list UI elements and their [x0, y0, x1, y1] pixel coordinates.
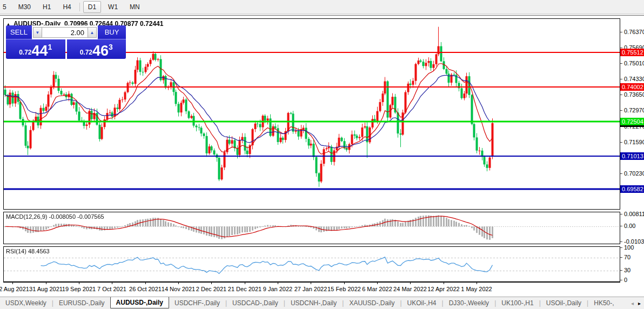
tabs-scroll-right-icon[interactable]: ▸	[638, 300, 641, 306]
date-tick-mark	[178, 283, 179, 284]
chart-tab-bar: USDX,Weekly|EURUSD-,DailyAUDUSD-,DailyUS…	[0, 297, 644, 309]
sell-price-big: 44	[32, 44, 48, 58]
date-axis-label: 14 Nov 2021	[162, 286, 195, 292]
hline-price-badge: 0.69582	[620, 185, 644, 193]
hline-price-badge: 0.71013	[620, 152, 644, 160]
x-axis-line	[3, 282, 620, 283]
axis-tick-mark	[620, 173, 622, 174]
date-tick-mark	[112, 283, 112, 284]
date-axis-label: 12 Aug 2021	[0, 286, 29, 292]
volume-decrease-button[interactable]: ▼	[33, 27, 42, 38]
macd-axis-tick: 0.00811	[624, 211, 644, 217]
chart-tab-dj30-weekly[interactable]: DJ30-,Weekly	[444, 298, 494, 308]
chart-tab-usdx-weekly[interactable]: USDX,Weekly	[0, 298, 52, 308]
axis-tick-mark	[620, 241, 622, 242]
price-axis-tick: 0.73650	[624, 91, 644, 98]
chart-tab-usdcad-daily[interactable]: USDCAD-,Daily	[227, 298, 284, 308]
price-axis-tick: 0.75010	[624, 60, 644, 66]
date-tick-mark	[410, 283, 411, 284]
buy-price-sup: 3	[109, 43, 113, 51]
sell-button[interactable]: SELL	[6, 25, 32, 39]
chart-window: ▲AUDUSD-,Daily 0.70996 0.72644 0.70877 0…	[0, 15, 644, 297]
axis-tick-mark	[620, 247, 622, 248]
buy-price-display[interactable]: 0.72463	[67, 39, 126, 59]
toolbar-separator	[79, 3, 80, 11]
rsi-axis-tick: 70	[624, 254, 630, 260]
rsi-pane: RSI(14) 48.4563	[3, 246, 620, 282]
macd-pane: MACD(12,26,9) -0.008050 -0.007565	[3, 212, 620, 244]
rsi-label: RSI(14) 48.4563	[6, 248, 50, 254]
price-pane: ▲AUDUSD-,Daily 0.70996 0.72644 0.70877 0…	[3, 18, 620, 210]
macd-label: MACD(12,26,9) -0.008050 -0.007565	[6, 213, 104, 220]
rsi-chart-canvas[interactable]	[4, 247, 620, 281]
volume-input[interactable]: 2.00	[42, 27, 88, 38]
date-axis-label: 24 Mar 2022	[393, 286, 427, 292]
date-tick-mark	[211, 283, 212, 284]
axis-tick-mark	[620, 79, 622, 79]
chart-tab-usoil-daily[interactable]: USOil-,Daily	[541, 298, 587, 308]
chart-tab-xauusd-daily[interactable]: XAUUSD-,Daily	[344, 298, 400, 308]
timeframe-button-m30[interactable]: M30	[14, 1, 36, 13]
hline-price-badge: 0.72504	[620, 118, 644, 125]
tabs-scroll-left-icon[interactable]: ◂	[631, 300, 634, 306]
chart-tab-hk50[interactable]: HK50-,	[588, 298, 619, 308]
chart-tab-audusd-daily[interactable]: AUDUSD-,Daily	[110, 297, 169, 308]
chart-tab-usdcnh-daily[interactable]: USDCNH-,Daily	[285, 298, 342, 308]
timeframe-button-d1[interactable]: D1	[83, 1, 101, 13]
date-tick-mark	[278, 283, 278, 284]
price-axis-tick: 0.72970	[624, 107, 644, 113]
date-axis-label: 27 Jan 2022	[294, 286, 327, 292]
price-axis-tick: 0.70230	[624, 170, 644, 177]
date-tick-mark	[12, 283, 13, 284]
date-axis-label: 2 Dec 2021	[196, 286, 226, 292]
date-axis-label: 1 May 2022	[461, 286, 492, 292]
date-axis-label: 12 Apr 2022	[427, 286, 459, 292]
timeframe-button-w1[interactable]: W1	[103, 1, 123, 13]
price-axis-tick: 0.71590	[624, 139, 644, 145]
axis-tick-mark	[620, 226, 622, 226]
rsi-value: 48.4563	[28, 248, 50, 254]
axis-tick-mark	[620, 142, 622, 143]
timeframe-button-h1[interactable]: H1	[38, 1, 56, 13]
rsi-axis-tick: 30	[624, 267, 630, 273]
date-tick-mark	[79, 283, 79, 284]
buy-button[interactable]: BUY	[98, 25, 126, 39]
hline-price-badge: 0.74002	[620, 83, 644, 91]
macd-axis-tick: 0.00	[624, 223, 635, 229]
axis-tick-mark	[620, 280, 622, 280]
chart-tab-ukoil-h4[interactable]: UKOil-,H4	[402, 298, 442, 308]
date-axis-label: 19 Sep 2021	[62, 286, 96, 292]
axis-tick-mark	[620, 270, 622, 271]
date-axis-label: 6 Mar 2022	[362, 286, 392, 292]
date-axis-label: 7 Oct 2021	[97, 286, 126, 292]
axis-tick-mark	[620, 257, 622, 258]
date-tick-mark	[377, 283, 378, 284]
timeframe-toolbar: 5M30H1H4D1W1MN	[0, 0, 644, 14]
date-axis-label: 9 Jan 2022	[263, 286, 292, 292]
sell-price-sup: 1	[48, 43, 52, 51]
timeframe-button-mn[interactable]: MN	[125, 1, 145, 13]
axis-tick-mark	[620, 95, 622, 95]
chart-tab-usdchf-daily[interactable]: USDCHF-,Daily	[169, 298, 225, 308]
timeframe-button-5[interactable]: 5	[0, 1, 11, 13]
date-axis-label: 26 Oct 2021	[129, 286, 162, 292]
chart-tab-eurusd-daily[interactable]: EURUSD-,Daily	[53, 298, 110, 308]
date-axis-label: 31 Aug 2021	[29, 286, 63, 292]
timeframe-button-h4[interactable]: H4	[58, 1, 76, 13]
axis-tick-mark	[620, 63, 622, 64]
one-click-trade-panel: SELL ▼ 2.00 ▲ BUY 0.72441 0.72463	[6, 25, 126, 59]
date-axis: 12 Aug 202131 Aug 202119 Sep 20217 Oct 2…	[3, 282, 620, 296]
chart-tab-uk100-h1[interactable]: UK100-,H1	[496, 298, 539, 308]
sell-price-display[interactable]: 0.72441	[6, 39, 65, 59]
date-tick-mark	[477, 283, 477, 284]
date-tick-mark	[444, 283, 444, 284]
sell-price-prefix: 0.72	[19, 49, 31, 56]
date-axis-label: 21 Dec 2021	[228, 286, 261, 292]
macd-values: -0.008050 -0.007565	[49, 213, 104, 220]
axis-tick-mark	[620, 32, 622, 32]
volume-increase-button[interactable]: ▲	[88, 27, 97, 38]
date-tick-mark	[344, 283, 345, 284]
date-tick-mark	[311, 283, 311, 284]
buy-price-big: 46	[92, 44, 109, 58]
date-tick-mark	[46, 283, 46, 284]
